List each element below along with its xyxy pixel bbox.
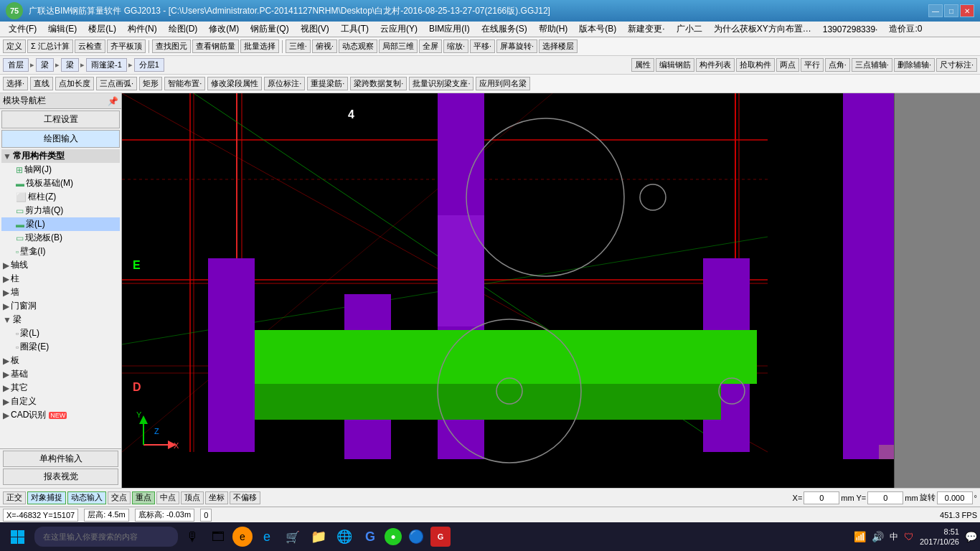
toolbar1-btn-5[interactable]: 查看钢筋量: [192, 39, 239, 53]
menu-item-[interactable]: 造价豆:0: [883, 22, 928, 37]
toolbar1-btn-11[interactable]: 全屏: [419, 39, 442, 53]
tree-item-壁龛(I)[interactable]: ▫ 壁龛(I): [1, 245, 120, 258]
taskbar-icon-edge[interactable]: e: [232, 527, 253, 547]
taskbar-icon-store[interactable]: 🛒: [281, 525, 304, 548]
menu-item-q[interactable]: 钢筋量(Q): [245, 22, 294, 37]
nav-btn-8[interactable]: 删除辅轴·: [894, 58, 935, 72]
toolbar2-btn-3[interactable]: 三点画弧·: [96, 77, 137, 90]
toolbar1-btn-7[interactable]: 三维·: [286, 39, 311, 53]
toolbar1-btn-13[interactable]: 平移·: [470, 39, 495, 53]
nav-btn-6[interactable]: 点角·: [825, 58, 850, 72]
toolbar2-btn-0[interactable]: 选择·: [3, 77, 28, 90]
toolbar2-btn-8[interactable]: 重提梁筋·: [307, 77, 348, 90]
taskbar-icon-browser[interactable]: 🌐: [333, 525, 356, 548]
menu-item-[interactable]: 13907298339·: [817, 23, 884, 36]
tree-item-剪力墙(Q)[interactable]: ▭ 剪力墙(Q): [1, 204, 120, 217]
maximize-button[interactable]: □: [944, 4, 958, 17]
menu-item-n[interactable]: 构件(N): [122, 22, 163, 37]
report-view-btn[interactable]: 报表视觉: [3, 468, 118, 485]
nav-item-8[interactable]: 分层1: [134, 58, 164, 72]
menu-item-s[interactable]: 在线服务(S): [476, 22, 533, 37]
taskbar-icon-blue[interactable]: 🔵: [405, 525, 428, 548]
snap-btn-中点[interactable]: 中点: [156, 491, 179, 504]
tree-section-墙[interactable]: ▶ 墙: [1, 286, 120, 299]
tree-section-柱[interactable]: ▶ 柱: [1, 272, 120, 286]
toolbar1-btn-1[interactable]: Σ 汇总计算: [27, 39, 73, 53]
menu-item-v[interactable]: 视图(V): [295, 22, 335, 37]
single-input-btn[interactable]: 单构件输入: [3, 451, 118, 467]
tree-item-梁(L)[interactable]: ▬ 梁(L): [1, 217, 120, 231]
nav-btn-0[interactable]: 属性: [631, 58, 654, 72]
menu-item-f[interactable]: 文件(F): [3, 22, 42, 37]
toolbar1-btn-14[interactable]: 屏幕旋转·: [496, 39, 537, 53]
snap-btn-重点[interactable]: 重点: [132, 491, 155, 504]
tree-item-筏板基础(M)[interactable]: ▬ 筏板基础(M): [1, 176, 120, 190]
menu-item-t[interactable]: 工具(T): [335, 22, 374, 37]
taskbar-icon-folder[interactable]: 📁: [307, 525, 330, 548]
snap-btn-动态输入[interactable]: 动态输入: [67, 491, 106, 504]
toolbar2-btn-2[interactable]: 点加长度: [55, 77, 94, 90]
start-button[interactable]: [3, 524, 32, 550]
nav-item-6[interactable]: 雨篷梁-1: [86, 58, 127, 72]
sidebar-project-settings[interactable]: 工程设置: [1, 110, 120, 128]
toolbar1-btn-15[interactable]: 选择楼层: [539, 39, 578, 53]
tree-section-common[interactable]: ▼ 常用构件类型: [1, 149, 120, 163]
snap-btn-坐标[interactable]: 坐标: [205, 491, 228, 504]
tree-section-门窗洞[interactable]: ▶ 门窗洞: [1, 299, 120, 313]
minimize-button[interactable]: —: [928, 4, 943, 17]
snap-btn-正交[interactable]: 正交: [3, 491, 26, 504]
taskbar-icon-taskview[interactable]: 🗔: [207, 525, 230, 548]
snap-rotate-input[interactable]: [937, 491, 973, 504]
menu-item-[interactable]: 新建变更·: [622, 22, 670, 37]
keyboard-lang[interactable]: 中: [890, 531, 898, 543]
menu-item-h[interactable]: 帮助(H): [533, 22, 574, 37]
toolbar2-btn-5[interactable]: 智能布置·: [164, 77, 205, 90]
sidebar-pin-icon[interactable]: 📌: [108, 96, 118, 106]
tree-item-现浇板(B)[interactable]: ▭ 现浇板(B): [1, 231, 120, 245]
snap-btn-不偏移[interactable]: 不偏移: [230, 491, 260, 504]
menu-item-m[interactable]: 修改(M): [203, 22, 245, 37]
close-button[interactable]: ✕: [960, 4, 974, 17]
menu-item-y[interactable]: 云应用(Y): [374, 22, 423, 37]
taskbar-icon-green[interactable]: ●: [385, 528, 402, 545]
menu-item-bimi[interactable]: BIM应用(I): [423, 22, 476, 37]
tree-item-框柱(Z)[interactable]: ⬜ 框柱(Z): [1, 190, 120, 204]
menu-item-b[interactable]: 版本号(B): [573, 22, 622, 37]
taskbar-icon-ggj[interactable]: G: [430, 527, 451, 547]
drawing-canvas[interactable]: E D 4 X Y Z: [122, 93, 894, 488]
toolbar2-btn-1[interactable]: 直线: [30, 77, 53, 90]
canvas-area[interactable]: E D 4 X Y Z: [122, 93, 894, 488]
menu-item-e[interactable]: 编辑(E): [42, 22, 83, 37]
nav-btn-5[interactable]: 平行: [801, 58, 824, 72]
nav-item-0[interactable]: 首层: [3, 58, 29, 72]
tree-beam-梁(L)[interactable]: ▫ 梁(L): [1, 326, 120, 340]
nav-btn-9[interactable]: 尺寸标注·: [936, 58, 977, 72]
snap-y-input[interactable]: [867, 491, 903, 504]
toolbar1-btn-10[interactable]: 局部三维: [379, 39, 418, 53]
tree-section-其它[interactable]: ▶ 其它: [1, 381, 120, 395]
nav-item-4[interactable]: 梁: [61, 58, 79, 72]
nav-btn-7[interactable]: 三点辅轴·: [852, 58, 892, 72]
snap-x-input[interactable]: [804, 491, 839, 504]
toolbar1-btn-9[interactable]: 动态观察: [339, 39, 377, 53]
taskbar-search[interactable]: [34, 527, 178, 547]
nav-btn-3[interactable]: 拾取构件: [736, 58, 775, 72]
notification-icon[interactable]: 💬: [965, 531, 977, 542]
toolbar2-btn-4[interactable]: 矩形: [139, 77, 162, 90]
toolbar2-btn-7[interactable]: 原位标注·: [264, 77, 305, 90]
snap-btn-交点[interactable]: 交点: [108, 491, 131, 504]
toolbar1-btn-12[interactable]: 缩放·: [443, 39, 468, 53]
tree-section-自定义[interactable]: ▶ 自定义: [1, 395, 120, 408]
menu-item-d[interactable]: 绘图(D): [163, 22, 204, 37]
tree-beam-圈梁(E)[interactable]: ▫ 圈梁(E): [1, 340, 120, 354]
snap-btn-对象捕捉[interactable]: 对象捕捉: [27, 491, 66, 504]
toolbar2-btn-6[interactable]: 修改梁段属性: [207, 77, 262, 90]
tree-section-cad[interactable]: ▶ CAD识别 NEW: [1, 408, 120, 422]
tree-section-轴线[interactable]: ▶ 轴线: [1, 258, 120, 272]
tree-section-基础[interactable]: ▶ 基础: [1, 367, 120, 381]
toolbar1-btn-4[interactable]: 查找图元: [152, 39, 191, 53]
toolbar2-btn-10[interactable]: 批量识别梁支座·: [409, 77, 473, 90]
nav-btn-1[interactable]: 编辑钢筋: [656, 58, 694, 72]
toolbar2-btn-11[interactable]: 应用到同名梁: [476, 77, 530, 90]
taskbar-icon-g[interactable]: G: [359, 525, 382, 548]
